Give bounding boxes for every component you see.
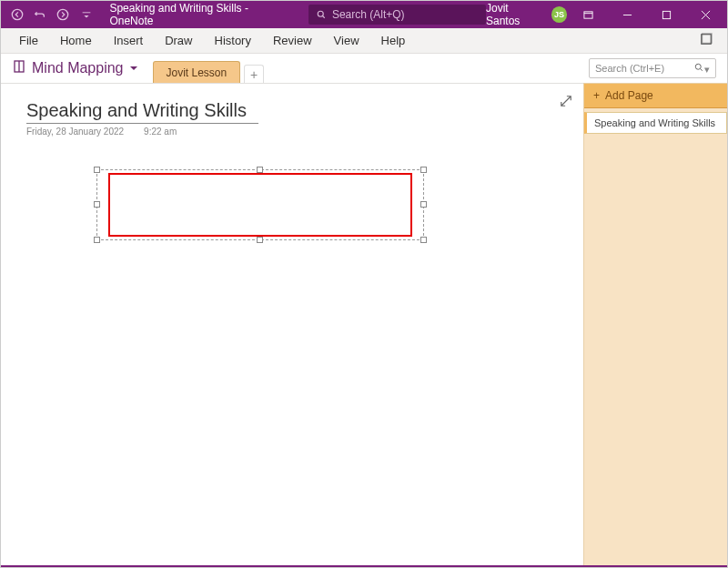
page-search-placeholder: Search (Ctrl+E) [595, 63, 664, 74]
search-placeholder: Search (Alt+Q) [332, 8, 405, 21]
title-bar: Speaking and Writing Skills - OneNote Se… [1, 1, 727, 28]
page-canvas[interactable]: Speaking and Writing Skills Friday, 28 J… [1, 83, 583, 565]
search-icon: ▾ [693, 62, 710, 76]
resize-handle[interactable] [94, 167, 100, 173]
avatar[interactable]: JS [551, 6, 568, 23]
add-page-button[interactable]: + Add Page [584, 84, 727, 108]
ribbon-display-button[interactable] [571, 1, 606, 28]
menu-view[interactable]: View [323, 28, 370, 53]
undo-button[interactable] [29, 4, 50, 25]
fullscreen-toggle[interactable] [700, 33, 720, 48]
section-tabs: Jovit Lesson + [153, 54, 265, 83]
maximize-button[interactable] [649, 1, 684, 28]
plus-icon: + [593, 89, 600, 102]
notebook-icon [12, 59, 26, 77]
body-split: Speaking and Writing Skills Friday, 28 J… [1, 83, 727, 565]
close-button[interactable] [688, 1, 723, 28]
notebook-name: Mind Mapping [32, 60, 124, 76]
user-name[interactable]: Jovit Santos [486, 2, 544, 27]
svg-point-1 [58, 9, 68, 19]
page-title-area[interactable]: Speaking and Writing Skills Friday, 28 J… [26, 100, 258, 137]
page-date[interactable]: Friday, 28 January 2022 [26, 127, 124, 137]
svg-rect-4 [584, 11, 592, 17]
back-button[interactable] [6, 4, 27, 25]
resize-handle[interactable] [94, 201, 100, 208]
svg-rect-6 [702, 35, 712, 45]
menu-help[interactable]: Help [370, 28, 417, 53]
add-section-button[interactable]: + [244, 65, 264, 83]
resize-handle[interactable] [94, 237, 100, 243]
search-icon [316, 9, 327, 20]
svg-point-9 [695, 64, 701, 69]
resize-handle[interactable] [257, 237, 263, 243]
notebook-selector[interactable]: Mind Mapping [12, 59, 138, 77]
add-page-label: Add Page [605, 89, 653, 102]
resize-handle[interactable] [420, 201, 427, 208]
resize-handle[interactable] [420, 237, 427, 243]
page-list-item[interactable]: Speaking and Writing Skills [584, 112, 727, 134]
search-box[interactable]: Search (Alt+Q) [308, 5, 486, 25]
window-title: Speaking and Writing Skills - OneNote [109, 2, 289, 27]
notebook-bar-right: Search (Ctrl+E) ▾ [589, 58, 716, 78]
menu-home[interactable]: Home [49, 28, 103, 53]
svg-point-0 [12, 9, 22, 19]
chevron-down-icon [129, 60, 138, 76]
minimize-button[interactable] [610, 1, 645, 28]
svg-rect-2 [82, 12, 90, 13]
page-panel: + Add Page Speaking and Writing Skills [583, 83, 727, 565]
rectangle-shape[interactable] [108, 173, 412, 237]
page-time[interactable]: 9:22 am [144, 127, 177, 137]
quick-access-dropdown[interactable] [76, 4, 96, 25]
redo-button[interactable] [53, 4, 74, 25]
section-tab[interactable]: Jovit Lesson [153, 61, 241, 83]
notebook-bar: Mind Mapping Jovit Lesson + Search (Ctrl… [1, 54, 727, 83]
page-datetime: Friday, 28 January 2022 9:22 am [26, 127, 258, 137]
shape-selection[interactable] [96, 169, 424, 240]
menu-review[interactable]: Review [262, 28, 323, 53]
title-underline [26, 123, 258, 124]
svg-rect-7 [703, 34, 713, 44]
expand-icon[interactable] [560, 95, 572, 110]
svg-rect-5 [662, 11, 670, 18]
titlebar-right: Jovit Santos JS [486, 1, 727, 28]
menu-draw[interactable]: Draw [154, 28, 203, 53]
menu-insert[interactable]: Insert [103, 28, 155, 53]
menu-file[interactable]: File [8, 28, 49, 53]
resize-handle[interactable] [420, 167, 427, 173]
titlebar-left: Speaking and Writing Skills - OneNote Se… [1, 2, 486, 27]
page-search-input[interactable]: Search (Ctrl+E) ▾ [589, 58, 716, 78]
page-title[interactable]: Speaking and Writing Skills [26, 100, 258, 121]
resize-handle[interactable] [257, 167, 263, 173]
menu-history[interactable]: History [204, 28, 262, 53]
menu-bar: File Home Insert Draw History Review Vie… [1, 28, 727, 54]
svg-point-3 [318, 11, 323, 16]
